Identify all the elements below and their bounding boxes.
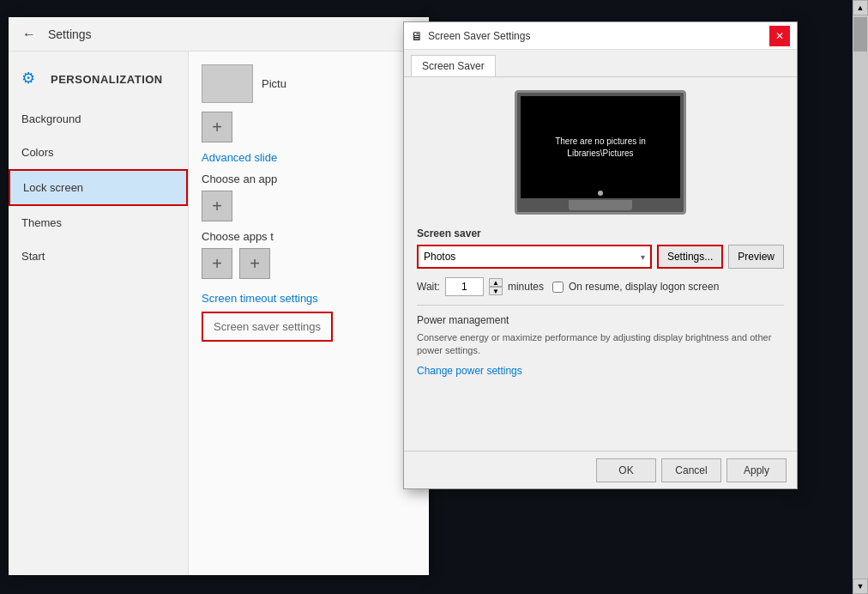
monitor-preview: There are no pictures in Libraries\Pictu… xyxy=(515,90,686,215)
cancel-button[interactable]: Cancel xyxy=(661,458,721,482)
monitor-indicator xyxy=(598,191,603,196)
scrollbar-panel: ▲ ▼ xyxy=(853,0,868,594)
apply-button[interactable]: Apply xyxy=(726,458,787,482)
dialog-titlebar: 🖥 Screen Saver Settings ✕ xyxy=(404,22,797,50)
dialog-body: There are no pictures in Libraries\Pictu… xyxy=(404,77,797,390)
sidebar-item-background[interactable]: Background xyxy=(9,102,188,136)
settings-window: ← Settings ⚙ PERSONALIZATION Background … xyxy=(9,17,429,575)
sidebar-item-lock-screen[interactable]: Lock screen xyxy=(9,169,188,206)
preview-button[interactable]: Preview xyxy=(728,245,784,269)
add-app-button-3[interactable]: + xyxy=(239,248,270,279)
settings-button[interactable]: Settings... xyxy=(657,245,723,269)
picture-thumbnail xyxy=(202,64,253,103)
wait-row: Wait: ▲ ▼ minutes On resume, display log… xyxy=(417,277,784,296)
settings-title: Settings xyxy=(48,27,92,41)
screen-saver-settings-button[interactable]: Screen saver settings xyxy=(202,312,333,342)
resume-checkbox[interactable] xyxy=(552,282,564,293)
picture-row: Pictu xyxy=(202,64,416,103)
monitor-screen: There are no pictures in Libraries\Pictu… xyxy=(521,96,680,198)
wait-label: Wait: xyxy=(417,281,440,293)
spinner-down-button[interactable]: ▼ xyxy=(489,287,503,295)
sidebar-header: ⚙ PERSONALIZATION xyxy=(9,60,188,102)
settings-sidebar: ⚙ PERSONALIZATION Background Colors Lock… xyxy=(9,52,189,575)
sidebar-item-themes[interactable]: Themes xyxy=(9,206,188,239)
dialog-footer: OK Cancel Apply xyxy=(404,451,797,488)
monitor-container: There are no pictures in Libraries\Pictu… xyxy=(417,90,784,215)
minutes-label: minutes xyxy=(508,281,544,293)
scrollbar-down-button[interactable]: ▼ xyxy=(853,579,868,594)
choose-apps-label: Choose apps t xyxy=(202,230,416,243)
monitor-screen-text: There are no pictures in Libraries\Pictu… xyxy=(521,131,680,164)
screensaver-dropdown[interactable]: Photos ▾ xyxy=(417,245,652,269)
tab-screensaver[interactable]: Screen Saver xyxy=(411,55,496,76)
settings-titlebar: ← Settings xyxy=(9,17,429,52)
advanced-slideshow-link[interactable]: Advanced slide xyxy=(202,151,416,164)
dialog-tabs: Screen Saver xyxy=(404,50,797,77)
scrollbar-up-button[interactable]: ▲ xyxy=(853,0,868,15)
ok-button[interactable]: OK xyxy=(596,458,656,482)
sidebar-item-start[interactable]: Start xyxy=(9,239,188,273)
app-btn-row-2: + + xyxy=(202,248,416,279)
screensaver-dialog: 🖥 Screen Saver Settings ✕ Screen Saver T… xyxy=(403,21,798,489)
add-app-button-2[interactable]: + xyxy=(202,248,232,279)
power-section: Power management Conserve energy or maxi… xyxy=(417,305,784,377)
power-description: Conserve energy or maximize performance … xyxy=(417,331,784,358)
dropdown-value: Photos xyxy=(424,251,455,263)
resume-label: On resume, display logon screen xyxy=(569,281,719,293)
add-app-button[interactable]: + xyxy=(202,191,232,221)
choose-app-label: Choose an app xyxy=(202,173,416,185)
monitor-base xyxy=(569,200,632,210)
screen-timeout-link[interactable]: Screen timeout settings xyxy=(202,292,416,305)
dialog-title-left: 🖥 Screen Saver Settings xyxy=(411,29,530,43)
dialog-close-button[interactable]: ✕ xyxy=(769,26,790,46)
settings-main: Pictu + Advanced slide Choose an app + C… xyxy=(189,52,429,575)
settings-content: ⚙ PERSONALIZATION Background Colors Lock… xyxy=(9,52,429,575)
add-row: + xyxy=(202,112,416,142)
gear-icon: ⚙ xyxy=(21,69,42,89)
sidebar-item-colors[interactable]: Colors xyxy=(9,136,188,169)
dropdown-arrow-icon: ▾ xyxy=(641,252,645,262)
dialog-title-text: Screen Saver Settings xyxy=(428,30,530,42)
add-picture-button[interactable]: + xyxy=(202,112,232,142)
dialog-icon: 🖥 xyxy=(411,29,423,43)
power-title: Power management xyxy=(417,314,784,326)
change-power-settings-link[interactable]: Change power settings xyxy=(417,365,784,377)
sidebar-heading: PERSONALIZATION xyxy=(51,73,163,86)
app-btn-row: + xyxy=(202,191,416,221)
back-button[interactable]: ← xyxy=(17,22,41,46)
spinner-up-button[interactable]: ▲ xyxy=(489,278,503,287)
scrollbar-thumb[interactable] xyxy=(853,17,867,52)
spinner: ▲ ▼ xyxy=(489,278,503,295)
picture-label: Pictu xyxy=(262,77,286,90)
screensaver-controls-row: Photos ▾ Settings... Preview xyxy=(417,245,784,269)
section-label: Screen saver xyxy=(417,227,784,239)
wait-input[interactable] xyxy=(445,277,484,296)
